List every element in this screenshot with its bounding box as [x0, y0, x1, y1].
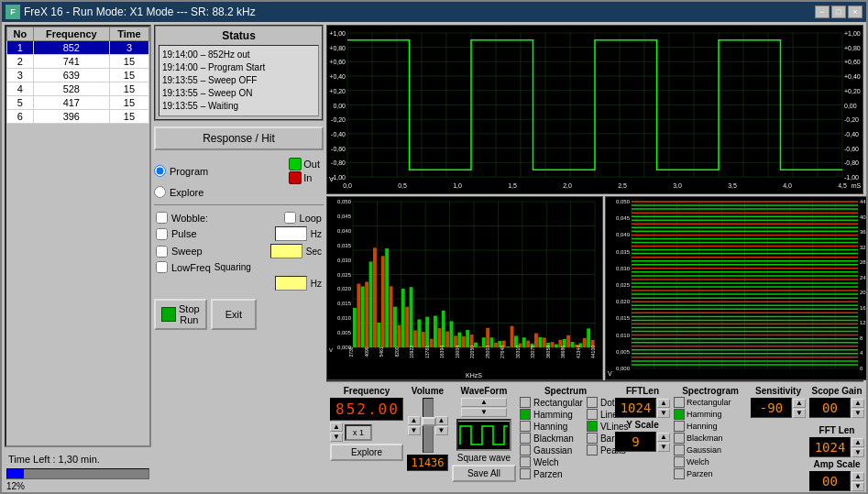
freq-up-button[interactable]: ▲ [330, 423, 343, 432]
table-row[interactable]: 541715 [7, 96, 149, 110]
freq-down-button[interactable]: ▼ [330, 433, 343, 442]
col-time: Time [109, 27, 148, 41]
frequency-section: Frequency 852.00 ▲ ▼ x 1 Explore [330, 386, 403, 461]
stop-run-button[interactable]: StopRun [154, 299, 207, 330]
explore-button[interactable]: Explore [330, 444, 403, 461]
right-panel [326, 25, 863, 380]
spectrum-main-item[interactable]: Parzen [520, 468, 583, 479]
sweep-label: Sweep [171, 246, 203, 257]
spectrum-main-item[interactable]: Rectangular [520, 397, 583, 408]
sweep-checkbox[interactable] [156, 246, 168, 258]
status-box: Status 19:14:00 – 852Hz out19:14:00 – Pr… [154, 25, 324, 121]
scopegain-down-button[interactable]: ▼ [852, 409, 864, 418]
waveform-spinners: ▲ ▼ [461, 398, 507, 417]
vol-up-button[interactable]: ▲ [408, 416, 421, 425]
volume-controls: ▲ ▼ ▲ ▼ [408, 398, 448, 453]
spectrum-main-item[interactable]: Gaussian [520, 445, 583, 456]
sensitivity-label: Sensitivity [755, 386, 801, 396]
minimize-button[interactable]: − [815, 5, 830, 18]
pulse-checkbox[interactable] [156, 228, 168, 240]
lowfreq-label: LowFreq [171, 262, 211, 273]
save-all-button[interactable]: Save All [452, 465, 516, 482]
spectrogram-item[interactable]: Hamming [674, 409, 747, 420]
lowfreq-value[interactable]: 20 [275, 276, 307, 291]
lowfreq-checkbox[interactable] [156, 261, 168, 273]
left-panel: No Frequency Time 1852327411536391545281… [5, 25, 151, 493]
progress-label: 12% [6, 481, 149, 491]
vol-down2-button[interactable]: ▼ [435, 426, 448, 435]
close-button[interactable]: × [848, 5, 863, 18]
spectrogram-item[interactable]: Gaussian [674, 445, 747, 456]
col-freq: Frequency [33, 27, 109, 41]
wobble-checkbox[interactable] [156, 212, 168, 224]
stop-run-led [161, 307, 176, 322]
vol-up2-button[interactable]: ▲ [435, 416, 448, 425]
lowfreq-val-row: 20 Hz [156, 276, 322, 291]
explore-mode-row: Explore [154, 186, 324, 198]
pulse-value[interactable]: 7,83 [275, 226, 307, 241]
scope-gain-controls: 00 ▲ ▼ [809, 398, 864, 418]
spectrum-main-item[interactable]: Hanning [520, 421, 583, 432]
title-text: FreX 16 - Run Mode: X1 Mode --- SR: 88.2… [24, 5, 256, 18]
sweep-value[interactable]: 5 [270, 244, 302, 258]
freq-controls: ▲ ▼ x 1 [330, 423, 403, 442]
status-log-line: 19:14:00 – 852Hz out [162, 49, 315, 61]
sens-down-button[interactable]: ▼ [793, 409, 806, 418]
volume-slider-thumb[interactable] [422, 417, 436, 426]
mode-selection: Program Out In Explore [154, 158, 324, 198]
spectrogram-item-label: Blackman [687, 434, 723, 443]
scopegain-up-button[interactable]: ▲ [852, 399, 864, 408]
spectrogram-canvas [606, 197, 868, 379]
yscale-up-button[interactable]: ▲ [657, 433, 670, 442]
loop-label: Loop [300, 213, 322, 224]
maximize-button[interactable]: □ [831, 5, 846, 18]
sens-up-button[interactable]: ▲ [793, 399, 806, 408]
response-hit-button[interactable]: Response / Hit [154, 126, 324, 150]
sensitivity-spinners: ▲ ▼ [793, 399, 806, 418]
freq-multiplier: x 1 [353, 428, 364, 437]
fftlen-down-button[interactable]: ▼ [657, 409, 670, 418]
spectrogram-item[interactable]: Parzen [674, 468, 747, 479]
table-row[interactable]: 639615 [7, 110, 149, 124]
exit-button[interactable]: Exit [211, 299, 257, 330]
in-led [289, 171, 302, 184]
spectrum-dot-check [587, 433, 598, 444]
ampscale-up-button[interactable]: ▲ [852, 472, 864, 481]
ampscale-down-button[interactable]: ▼ [852, 482, 864, 491]
spectrum-main-item[interactable]: Welch [520, 456, 583, 467]
explore-radio[interactable] [154, 186, 166, 198]
wave-up-button[interactable]: ▲ [461, 398, 507, 407]
fftlen2-up-button[interactable]: ▲ [852, 438, 864, 447]
yscale-down-button[interactable]: ▼ [657, 443, 670, 452]
yscale-controls: 9 ▲ ▼ [615, 432, 670, 452]
spectrogram-item[interactable]: Blackman [674, 433, 747, 444]
title-bar-left: F FreX 16 - Run Mode: X1 Mode --- SR: 88… [5, 5, 256, 19]
spectrogram-item[interactable]: Welch [674, 456, 747, 467]
table-row[interactable]: 18523 [7, 41, 149, 55]
spectrum-check [520, 433, 531, 444]
options-section: Wobble: Loop Pulse 7,83 Hz Sweep 5 Sec L… [154, 210, 324, 292]
sweep-row: Sweep 5 Sec [156, 244, 322, 258]
table-row[interactable]: 452815 [7, 82, 149, 96]
scope-gain-section: Scope Gain 00 ▲ ▼ FFT Len 1024 ▲ ▼ [809, 386, 864, 491]
freq-spinners: ▲ ▼ [330, 423, 343, 442]
spectrum-section: Spectrum RectangularHammingHanningBlackm… [520, 386, 611, 479]
wave-down-button[interactable]: ▼ [461, 408, 507, 417]
program-radio[interactable] [154, 165, 166, 177]
volume-slider-track[interactable] [423, 398, 434, 453]
fftlen-section: FFTLen 1024 ▲ ▼ Y Scale 9 ▲ ▼ [615, 386, 670, 452]
vol-down-button[interactable]: ▼ [408, 426, 421, 435]
loop-checkbox[interactable] [284, 212, 296, 224]
lowfreq-row: LowFreq Squaring [156, 261, 322, 273]
time-left-label: Time Left : 1,30 min. [6, 452, 149, 467]
spectrogram-item[interactable]: Rectangular [674, 397, 747, 408]
table-row[interactable]: 274115 [7, 55, 149, 69]
spectrogram-item[interactable]: Hanning [674, 421, 747, 432]
fftlen2-down-button[interactable]: ▼ [852, 448, 864, 457]
fftlen-up-button[interactable]: ▲ [657, 399, 670, 408]
lowfreq-unit: Hz [311, 279, 322, 289]
spectrum-main-item[interactable]: Hamming [520, 409, 583, 420]
oscilloscope-chart [326, 25, 863, 194]
table-row[interactable]: 363915 [7, 69, 149, 82]
spectrum-main-item[interactable]: Blackman [520, 433, 583, 444]
